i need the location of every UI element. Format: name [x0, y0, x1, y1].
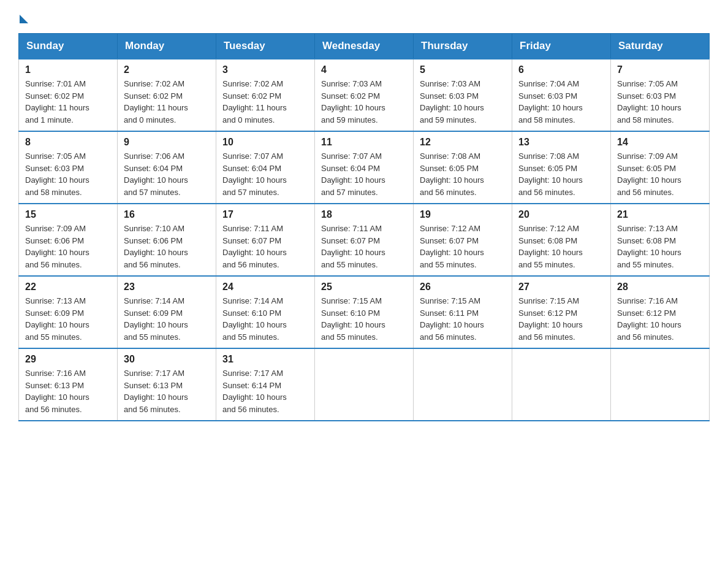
day-info: Sunrise: 7:08 AM Sunset: 6:05 PM Dayligh… [420, 150, 506, 198]
day-info: Sunrise: 7:08 AM Sunset: 6:05 PM Dayligh… [518, 150, 604, 198]
day-number: 20 [518, 209, 604, 220]
day-info: Sunrise: 7:15 AM Sunset: 6:11 PM Dayligh… [420, 295, 506, 343]
calendar-table: SundayMondayTuesdayWednesdayThursdayFrid… [18, 33, 710, 421]
day-number: 13 [518, 137, 604, 148]
day-number: 21 [617, 209, 703, 220]
day-info: Sunrise: 7:09 AM Sunset: 6:06 PM Dayligh… [25, 223, 111, 270]
table-row: 11Sunrise: 7:07 AM Sunset: 6:04 PM Dayli… [315, 131, 414, 204]
column-header-tuesday: Tuesday [216, 34, 315, 59]
day-info: Sunrise: 7:06 AM Sunset: 6:04 PM Dayligh… [124, 150, 210, 198]
logo-arrow-icon [20, 15, 28, 23]
day-info: Sunrise: 7:05 AM Sunset: 6:03 PM Dayligh… [617, 78, 703, 126]
day-number: 10 [222, 137, 308, 148]
day-info: Sunrise: 7:12 AM Sunset: 6:07 PM Dayligh… [420, 223, 506, 270]
logo [18, 12, 28, 21]
day-info: Sunrise: 7:11 AM Sunset: 6:07 PM Dayligh… [321, 223, 407, 270]
table-row: 8Sunrise: 7:05 AM Sunset: 6:03 PM Daylig… [19, 131, 118, 204]
day-info: Sunrise: 7:13 AM Sunset: 6:09 PM Dayligh… [25, 295, 111, 343]
day-number: 31 [222, 354, 308, 365]
day-info: Sunrise: 7:17 AM Sunset: 6:13 PM Dayligh… [124, 367, 210, 415]
table-row: 16Sunrise: 7:10 AM Sunset: 6:06 PM Dayli… [118, 204, 216, 276]
day-number: 19 [420, 209, 506, 220]
day-number: 15 [25, 209, 111, 220]
table-row: 19Sunrise: 7:12 AM Sunset: 6:07 PM Dayli… [414, 204, 512, 276]
table-row: 25Sunrise: 7:15 AM Sunset: 6:10 PM Dayli… [315, 276, 414, 348]
day-number: 16 [124, 209, 210, 220]
day-number: 7 [617, 64, 703, 75]
day-number: 9 [124, 137, 210, 148]
day-info: Sunrise: 7:15 AM Sunset: 6:12 PM Dayligh… [518, 295, 604, 343]
day-number: 17 [222, 209, 308, 220]
table-row [512, 348, 611, 421]
day-info: Sunrise: 7:12 AM Sunset: 6:08 PM Dayligh… [518, 223, 604, 270]
day-info: Sunrise: 7:05 AM Sunset: 6:03 PM Dayligh… [25, 150, 111, 198]
day-info: Sunrise: 7:03 AM Sunset: 6:02 PM Dayligh… [321, 78, 407, 126]
day-number: 11 [321, 137, 407, 148]
day-info: Sunrise: 7:02 AM Sunset: 6:02 PM Dayligh… [124, 78, 210, 126]
table-row: 26Sunrise: 7:15 AM Sunset: 6:11 PM Dayli… [414, 276, 512, 348]
table-row: 3Sunrise: 7:02 AM Sunset: 6:02 PM Daylig… [216, 59, 315, 131]
calendar-week-row: 8Sunrise: 7:05 AM Sunset: 6:03 PM Daylig… [19, 131, 710, 204]
table-row [414, 348, 512, 421]
table-row: 2Sunrise: 7:02 AM Sunset: 6:02 PM Daylig… [118, 59, 216, 131]
day-number: 23 [124, 282, 210, 293]
day-info: Sunrise: 7:14 AM Sunset: 6:09 PM Dayligh… [124, 295, 210, 343]
day-number: 27 [518, 282, 604, 293]
column-header-thursday: Thursday [414, 34, 512, 59]
day-number: 5 [420, 64, 506, 75]
table-row [611, 348, 710, 421]
calendar-week-row: 1Sunrise: 7:01 AM Sunset: 6:02 PM Daylig… [19, 59, 710, 131]
table-row: 29Sunrise: 7:16 AM Sunset: 6:13 PM Dayli… [19, 348, 118, 421]
table-row: 17Sunrise: 7:11 AM Sunset: 6:07 PM Dayli… [216, 204, 315, 276]
day-info: Sunrise: 7:04 AM Sunset: 6:03 PM Dayligh… [518, 78, 604, 126]
day-number: 2 [124, 64, 210, 75]
day-info: Sunrise: 7:01 AM Sunset: 6:02 PM Dayligh… [25, 78, 111, 126]
table-row: 15Sunrise: 7:09 AM Sunset: 6:06 PM Dayli… [19, 204, 118, 276]
day-number: 14 [617, 137, 703, 148]
day-number: 30 [124, 354, 210, 365]
day-info: Sunrise: 7:10 AM Sunset: 6:06 PM Dayligh… [124, 223, 210, 270]
table-row: 6Sunrise: 7:04 AM Sunset: 6:03 PM Daylig… [512, 59, 611, 131]
day-number: 8 [25, 137, 111, 148]
table-row: 13Sunrise: 7:08 AM Sunset: 6:05 PM Dayli… [512, 131, 611, 204]
table-row: 5Sunrise: 7:03 AM Sunset: 6:03 PM Daylig… [414, 59, 512, 131]
table-row [315, 348, 414, 421]
day-info: Sunrise: 7:09 AM Sunset: 6:05 PM Dayligh… [617, 150, 703, 198]
table-row: 4Sunrise: 7:03 AM Sunset: 6:02 PM Daylig… [315, 59, 414, 131]
day-number: 22 [25, 282, 111, 293]
column-header-monday: Monday [118, 34, 216, 59]
calendar-header-row: SundayMondayTuesdayWednesdayThursdayFrid… [19, 34, 710, 59]
day-info: Sunrise: 7:11 AM Sunset: 6:07 PM Dayligh… [222, 223, 308, 270]
calendar-week-row: 22Sunrise: 7:13 AM Sunset: 6:09 PM Dayli… [19, 276, 710, 348]
table-row: 23Sunrise: 7:14 AM Sunset: 6:09 PM Dayli… [118, 276, 216, 348]
table-row: 21Sunrise: 7:13 AM Sunset: 6:08 PM Dayli… [611, 204, 710, 276]
table-row: 31Sunrise: 7:17 AM Sunset: 6:14 PM Dayli… [216, 348, 315, 421]
day-info: Sunrise: 7:07 AM Sunset: 6:04 PM Dayligh… [321, 150, 407, 198]
table-row: 9Sunrise: 7:06 AM Sunset: 6:04 PM Daylig… [118, 131, 216, 204]
column-header-friday: Friday [512, 34, 611, 59]
day-number: 4 [321, 64, 407, 75]
column-header-saturday: Saturday [611, 34, 710, 59]
table-row: 20Sunrise: 7:12 AM Sunset: 6:08 PM Dayli… [512, 204, 611, 276]
day-number: 3 [222, 64, 308, 75]
day-info: Sunrise: 7:07 AM Sunset: 6:04 PM Dayligh… [222, 150, 308, 198]
table-row: 18Sunrise: 7:11 AM Sunset: 6:07 PM Dayli… [315, 204, 414, 276]
table-row: 27Sunrise: 7:15 AM Sunset: 6:12 PM Dayli… [512, 276, 611, 348]
day-info: Sunrise: 7:14 AM Sunset: 6:10 PM Dayligh… [222, 295, 308, 343]
column-header-wednesday: Wednesday [315, 34, 414, 59]
day-number: 1 [25, 64, 111, 75]
day-info: Sunrise: 7:13 AM Sunset: 6:08 PM Dayligh… [617, 223, 703, 270]
day-info: Sunrise: 7:15 AM Sunset: 6:10 PM Dayligh… [321, 295, 407, 343]
day-number: 29 [25, 354, 111, 365]
day-info: Sunrise: 7:16 AM Sunset: 6:13 PM Dayligh… [25, 367, 111, 415]
table-row: 30Sunrise: 7:17 AM Sunset: 6:13 PM Dayli… [118, 348, 216, 421]
day-number: 26 [420, 282, 506, 293]
table-row: 24Sunrise: 7:14 AM Sunset: 6:10 PM Dayli… [216, 276, 315, 348]
day-number: 28 [617, 282, 703, 293]
table-row: 10Sunrise: 7:07 AM Sunset: 6:04 PM Dayli… [216, 131, 315, 204]
day-number: 6 [518, 64, 604, 75]
table-row: 1Sunrise: 7:01 AM Sunset: 6:02 PM Daylig… [19, 59, 118, 131]
table-row: 14Sunrise: 7:09 AM Sunset: 6:05 PM Dayli… [611, 131, 710, 204]
day-number: 24 [222, 282, 308, 293]
column-header-sunday: Sunday [19, 34, 118, 59]
